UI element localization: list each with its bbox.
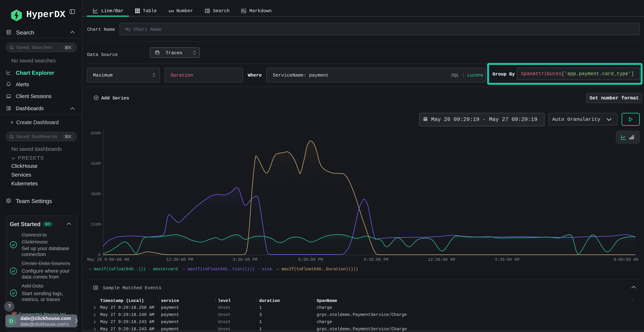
svg-text:6:30:00 PM: 6:30:00 PM <box>298 258 323 262</box>
svg-text:9:00:00 AM: 9:00:00 AM <box>614 258 638 262</box>
svg-text:12:30:00 PM: 12:30:00 PM <box>166 258 193 262</box>
svg-text:300M: 300M <box>91 192 100 196</box>
svg-text:9:30:00 PM: 9:30:00 PM <box>364 258 388 262</box>
svg-text:150M: 150M <box>91 222 100 227</box>
svg-text:450M: 450M <box>91 162 100 166</box>
svg-text:12:30:00 AM: 12:30:00 AM <box>428 258 455 262</box>
svg-text:3:30:00 PM: 3:30:00 PM <box>233 258 258 262</box>
svg-text:600M: 600M <box>91 131 100 136</box>
svg-text:May 26 9:00:00 AM: May 26 9:00:00 AM <box>87 258 129 262</box>
svg-text:0: 0 <box>98 253 100 258</box>
svg-text:3:30:00 AM: 3:30:00 AM <box>495 258 519 262</box>
